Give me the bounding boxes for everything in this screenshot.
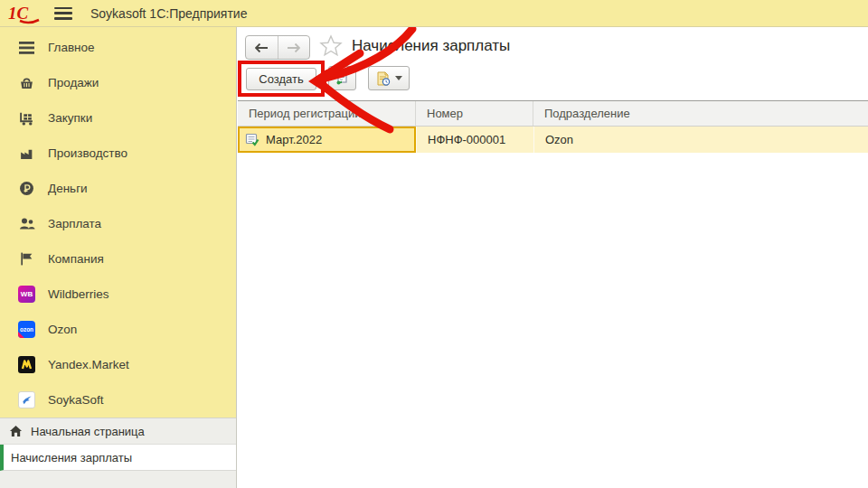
menu-icon xyxy=(18,39,35,56)
sidebar: Главное Продажи Закупки Производство Ден… xyxy=(0,27,237,418)
sidebar-item-label: SoykaSoft xyxy=(48,393,104,407)
hamburger-menu-icon[interactable] xyxy=(54,7,72,20)
back-arrow-icon xyxy=(255,43,269,52)
sidebar-item-yandex-market[interactable]: Yandex.Market xyxy=(0,347,236,382)
cell-number[interactable]: НФНФ-000001 xyxy=(416,127,533,153)
top-bar: 1С Soykasoft 1С:Предприятие xyxy=(0,0,868,27)
wildberries-icon: WB xyxy=(18,286,35,303)
sidebar-item-label: Деньги xyxy=(48,182,88,195)
history-nav-group xyxy=(245,35,310,60)
svg-text:1С: 1С xyxy=(8,4,29,23)
wb-badge-text: WB xyxy=(18,286,35,303)
table-row[interactable]: Март.2022 НФНФ-000001 Ozon xyxy=(238,127,868,153)
cell-department[interactable]: Ozon xyxy=(533,127,868,153)
column-header-number[interactable]: Номер xyxy=(416,101,533,126)
open-windows-panel: Начальная страница Начисления зарплаты xyxy=(0,418,237,488)
sidebar-item-sales[interactable]: Продажи xyxy=(0,65,236,100)
annotation-arrow xyxy=(238,27,868,488)
active-tab-label: Начисления зарплаты xyxy=(11,451,132,465)
forward-button[interactable] xyxy=(278,36,310,59)
sidebar-item-company[interactable]: Компания xyxy=(0,241,236,277)
column-header-period[interactable]: Период регистрации xyxy=(238,101,416,126)
home-icon xyxy=(9,425,23,437)
table-header: Период регистрации Номер Подразделение xyxy=(238,100,868,127)
copy-button[interactable] xyxy=(328,66,356,90)
flag-icon xyxy=(18,250,35,267)
soykasoft-icon xyxy=(18,391,35,408)
sidebar-item-label: Закупки xyxy=(48,111,92,125)
ruble-icon xyxy=(18,180,35,197)
sidebar-item-label: Производство xyxy=(48,146,127,160)
sidebar-item-purchases[interactable]: Закупки xyxy=(0,100,236,136)
sidebar-item-main[interactable]: Главное xyxy=(0,30,236,65)
cart-icon xyxy=(18,109,35,127)
sidebar-item-production[interactable]: Производство xyxy=(0,136,236,171)
sidebar-item-label: Yandex.Market xyxy=(48,358,129,371)
tab-salary-accruals[interactable]: Начисления зарплаты xyxy=(0,445,236,471)
yandex-market-icon xyxy=(18,356,35,373)
cell-period-selected[interactable]: Март.2022 xyxy=(238,127,416,153)
basket-icon xyxy=(18,74,35,91)
journal-menu-button[interactable] xyxy=(368,66,410,90)
sidebar-item-label: Продажи xyxy=(48,76,99,89)
app-title: Soykasoft 1С:Предприятие xyxy=(90,6,247,21)
sidebar-item-soykasoft[interactable]: SoykaSoft xyxy=(0,382,236,418)
sidebar-item-label: Компания xyxy=(48,252,104,266)
main-content: Начисления зарплаты Создать Период регис… xyxy=(238,27,868,488)
chevron-down-icon xyxy=(395,76,402,80)
page-title: Начисления зарплаты xyxy=(352,37,510,55)
sidebar-item-ozon[interactable]: ozon Ozon xyxy=(0,312,236,347)
sidebar-item-label: Wildberries xyxy=(48,287,109,301)
ozon-icon: ozon xyxy=(18,321,35,338)
sidebar-item-salary[interactable]: Зарплата xyxy=(0,206,236,241)
annotation-highlight-box: Создать xyxy=(238,61,325,97)
copy-document-icon xyxy=(335,71,349,85)
create-button[interactable]: Создать xyxy=(246,68,316,90)
1c-logo-icon: 1С xyxy=(7,3,43,24)
cell-period-text: Март.2022 xyxy=(266,133,322,146)
home-page-link[interactable]: Начальная страница xyxy=(0,418,236,445)
sidebar-item-label: Ozon xyxy=(48,323,77,336)
people-icon xyxy=(18,215,35,232)
home-page-label: Начальная страница xyxy=(31,425,145,438)
sidebar-item-money[interactable]: Деньги xyxy=(0,171,236,206)
sidebar-item-label: Главное xyxy=(48,41,95,54)
column-header-department[interactable]: Подразделение xyxy=(533,101,868,126)
sidebar-item-label: Зарплата xyxy=(48,217,101,230)
document-clock-icon xyxy=(376,71,391,86)
favorite-star-icon[interactable] xyxy=(318,33,344,59)
forward-arrow-icon xyxy=(287,43,300,52)
back-button[interactable] xyxy=(246,36,278,59)
sidebar-item-wildberries[interactable]: WB Wildberries xyxy=(0,277,236,312)
factory-icon xyxy=(18,145,35,162)
document-check-icon xyxy=(245,133,259,146)
